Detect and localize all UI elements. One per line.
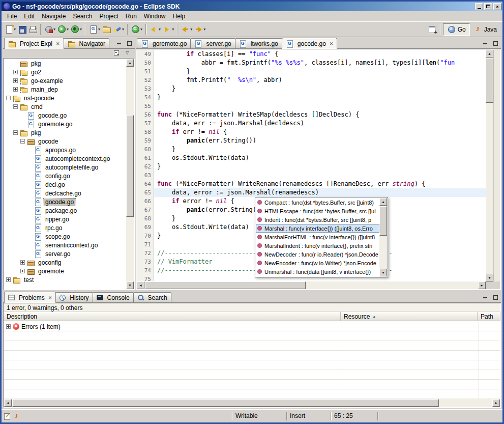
expand-icon[interactable] [13, 87, 18, 92]
scroll-up-icon[interactable]: ▲ [486, 50, 493, 58]
collapse-icon[interactable] [20, 139, 25, 144]
code-line-53[interactable]: 53 } [137, 84, 486, 93]
titlebar[interactable]: Go - nsf-gocode/src/pkg/gocode/gocode.go… [2, 2, 502, 11]
code-line-60[interactable]: 60 } [137, 145, 486, 154]
tree-item-autocompletefile-go[interactable]: autocompletefile.go [4, 163, 126, 172]
new-java-class-button[interactable]: ▾ [130, 23, 143, 36]
tree-item-config-go[interactable]: config.go [4, 172, 126, 180]
editor-tab-gocode-go[interactable]: gocode.go✕ [282, 38, 338, 49]
menu-edit[interactable]: Edit [20, 12, 38, 21]
scrollbar-thumb[interactable] [379, 206, 387, 236]
code-line-64[interactable]: 64func (*NiceFormatter) WriteRename(rena… [137, 180, 486, 188]
menu-search[interactable]: Search [69, 12, 96, 21]
editor-tab-itworks-go[interactable]: itworks.go [235, 38, 282, 48]
maximize-view-button[interactable] [491, 40, 500, 47]
scroll-left-icon[interactable]: ◄ [4, 399, 12, 407]
tree-item-scope-go[interactable]: scope.go [4, 232, 126, 241]
tree-item-goremote-go[interactable]: goremote.go [4, 120, 126, 128]
collapse-icon[interactable] [6, 96, 11, 100]
dropdown-arrow-icon[interactable]: ▾ [80, 27, 82, 32]
scrollbar-thumb[interactable] [486, 58, 493, 103]
view-menu-icon[interactable] [124, 49, 133, 58]
view-tab-project-expl[interactable]: Project Expl✕ [4, 38, 64, 49]
editor-horizontal-scrollbar[interactable]: ◄ ► [137, 281, 486, 289]
code-line-65[interactable]: 65 data, error := json.Marshal(renamedes… [137, 188, 486, 197]
editor-vertical-scrollbar[interactable]: ▲ ▼ [486, 50, 493, 281]
tree-item-go2[interactable]: go2 [4, 68, 126, 76]
tree-vertical-scrollbar[interactable]: ▲ ▼ [126, 59, 134, 289]
print-button[interactable] [27, 23, 38, 36]
view-tab-navigator[interactable]: Navigator [64, 38, 109, 48]
autocomplete-item[interactable]: Unmarshal : func(data []uint8, v interfa… [256, 267, 379, 276]
collapse-all-icon[interactable] [113, 49, 123, 58]
menu-run[interactable]: Run [122, 12, 140, 21]
view-tab-problems[interactable]: Problems✕ [4, 292, 56, 303]
tree-item-pkg[interactable]: pkg [4, 59, 126, 68]
scroll-down-icon[interactable]: ▼ [379, 269, 387, 276]
close-button[interactable]: × [493, 3, 501, 10]
expand-icon[interactable] [20, 269, 25, 273]
code-line-58[interactable]: 58 if err != nil { [137, 128, 486, 136]
code-line-59[interactable]: 59 panic(err.String()) [137, 136, 486, 145]
code-line-62[interactable]: 62} [137, 162, 486, 171]
dropdown-arrow-icon[interactable]: ▾ [67, 27, 69, 32]
dropdown-arrow-icon[interactable]: ▾ [53, 27, 55, 32]
autocomplete-item[interactable]: NewDecoder : func(r io.Reader) *json.Dec… [256, 250, 379, 259]
menu-project[interactable]: Project [96, 12, 122, 21]
tree-item-apropos-go[interactable]: apropos.go [4, 146, 126, 154]
perspective-go-button[interactable]: Go [443, 23, 470, 36]
code-line-49[interactable]: 49 if classes[i] == "func" { [137, 50, 486, 59]
menu-help[interactable]: Help [169, 12, 189, 21]
column-header-description[interactable]: Description [4, 312, 341, 321]
code-line-56[interactable]: 56func (*NiceFormatter) WriteSMap(declde… [137, 110, 486, 119]
forward-button[interactable]: ▾ [193, 23, 206, 36]
tree-item-go-example[interactable]: go-example [4, 76, 126, 85]
dropdown-arrow-icon[interactable]: ▾ [203, 27, 205, 32]
code-line-52[interactable]: 52 fmt.Printf(" %s\n", abbr) [137, 76, 486, 84]
new-wizard-button[interactable]: ▾ [4, 23, 17, 36]
menu-window[interactable]: Window [140, 12, 169, 21]
autocomplete-item[interactable]: MarshalForHTML : func(v interface{}) ([]… [256, 233, 379, 241]
code-line-63[interactable]: 63 [137, 171, 486, 180]
scroll-down-icon[interactable]: ▼ [486, 274, 493, 281]
minimize-button[interactable] [475, 3, 483, 10]
debug-button[interactable]: ▾ [70, 23, 83, 36]
next-annotation-button[interactable]: ▾ [162, 23, 175, 36]
editor-tab-goremote-go[interactable]: goremote.go [137, 38, 191, 48]
dropdown-arrow-icon[interactable]: ▾ [159, 27, 161, 32]
dropdown-arrow-icon[interactable]: ▾ [140, 27, 142, 32]
new-go-element-button[interactable]: ▾ [88, 23, 101, 36]
close-icon[interactable]: ✕ [56, 41, 60, 46]
expand-icon[interactable] [20, 260, 25, 265]
scroll-up-icon[interactable]: ▲ [379, 198, 387, 206]
scrollbar-thumb[interactable] [145, 281, 306, 289]
fast-view-icon[interactable] [4, 412, 11, 420]
autocomplete-item[interactable]: HTMLEscape : func(dst *bytes.Buffer, src… [256, 207, 379, 215]
dropdown-arrow-icon[interactable]: ▾ [190, 27, 192, 32]
open-resource-button[interactable] [101, 23, 112, 36]
autocomplete-item[interactable]: MarshalIndent : func(v interface{}, pref… [256, 241, 379, 250]
tree-item-decl-go[interactable]: decl.go [4, 180, 126, 189]
column-header-path[interactable]: Path [478, 312, 500, 321]
expand-icon[interactable] [13, 78, 18, 83]
autocomplete-item[interactable]: NewEncoder : func(w io.Writer) *json.Enc… [256, 259, 379, 267]
previous-annotation-button[interactable]: ▾ [149, 23, 162, 36]
tree-item-cmd[interactable]: cmd [4, 102, 126, 111]
tree-item-rpc-go[interactable]: rpc.go [4, 223, 126, 232]
scroll-down-icon[interactable]: ▼ [126, 281, 134, 289]
expand-icon[interactable] [6, 324, 11, 329]
maximize-view-button[interactable] [491, 294, 500, 301]
scrollbar-thumb[interactable] [126, 115, 134, 217]
minimize-view-button[interactable] [481, 294, 490, 301]
close-icon[interactable]: ✕ [48, 295, 52, 300]
save-button[interactable] [17, 23, 27, 36]
tree-item-main-dep[interactable]: main_dep [4, 85, 126, 94]
external-tools-button[interactable]: ▾ [43, 23, 56, 36]
minimize-view-button[interactable] [481, 40, 490, 47]
view-tab-search[interactable]: Search [133, 292, 171, 302]
tree-item-nsf-gocode[interactable]: nsf-gocode [4, 94, 126, 102]
scroll-right-icon[interactable]: ► [478, 281, 486, 289]
tree-item-semanticcontext-go[interactable]: semanticcontext.go [4, 241, 126, 249]
dropdown-arrow-icon[interactable]: ▾ [172, 27, 174, 32]
column-header-resource[interactable]: Resource▲ [341, 312, 478, 321]
